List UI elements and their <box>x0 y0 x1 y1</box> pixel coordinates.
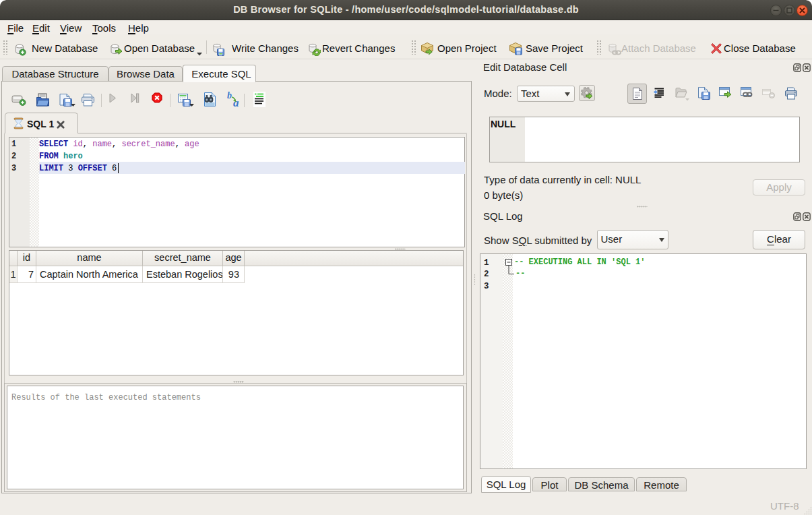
svg-text:b: b <box>227 91 232 100</box>
